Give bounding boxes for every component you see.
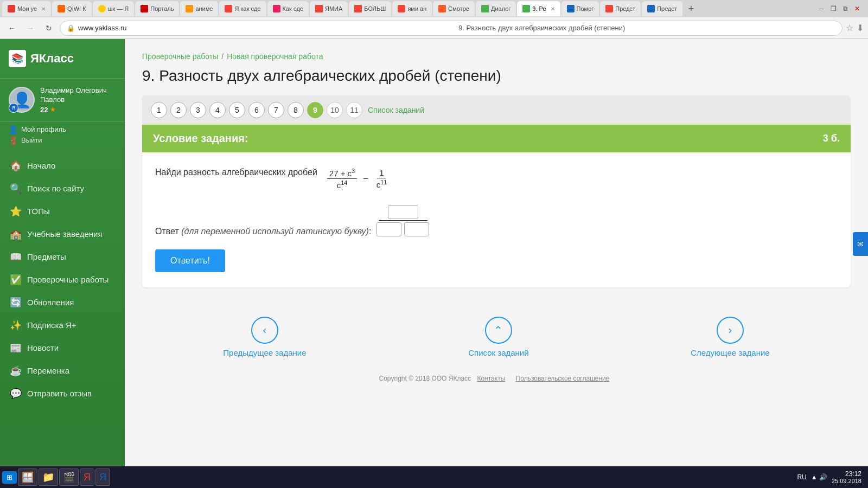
nav-item-break[interactable]: ☕ Переменка (0, 359, 125, 382)
tab-14[interactable]: Помог (561, 1, 599, 16)
tab-6[interactable]: Я как сде (219, 1, 266, 16)
taskbar-app-1[interactable]: 🪟 (18, 468, 37, 486)
task-num-2[interactable]: 2 (170, 102, 187, 118)
tab-15[interactable]: Предст (600, 1, 641, 16)
taskbar-app-4[interactable]: Я (80, 468, 94, 486)
user-links: 👤 Мой профиль 🚪 Выйти (0, 122, 125, 150)
agreement-link[interactable]: Пользовательское соглашение (516, 375, 610, 382)
tab-favicon-16 (647, 5, 655, 12)
answer-denominator-input-2[interactable] (404, 222, 429, 236)
nav-item-feedback-label: Отправить отзыв (27, 389, 92, 398)
tab-3[interactable]: шк — Я (93, 1, 135, 16)
page-title: 9. Разность двух алгебраических дробей (… (142, 67, 851, 85)
download-button[interactable]: ⬇ (857, 23, 864, 33)
nav-item-feedback[interactable]: 💬 Отправить отзыв (0, 382, 125, 405)
task-num-8[interactable]: 8 (288, 102, 304, 118)
logout-link-label: Выйти (21, 136, 42, 144)
tab-5[interactable]: аниме (180, 1, 218, 16)
tab-11[interactable]: Смотре (433, 1, 475, 16)
sidebar-nav: 🏠 Начало 🔍 Поиск по сайту ⭐ ТОПы 🏫 Учебн… (0, 150, 125, 488)
submit-button[interactable]: Ответить! (155, 249, 225, 272)
tab-7[interactable]: Как сде (267, 1, 309, 16)
next-task-link[interactable]: › Следующее задание (691, 317, 769, 357)
answer-fraction-line (379, 220, 427, 221)
task-header: Условие задания: 3 б. (142, 125, 851, 152)
window-controls: ─ ❐ ⧉ ✕ (817, 4, 866, 13)
task-num-7[interactable]: 7 (268, 102, 284, 118)
taskbar-app-3[interactable]: 🎬 (59, 468, 79, 486)
answer-denominator-input-1[interactable] (376, 222, 401, 236)
task-num-11[interactable]: 11 (346, 102, 362, 118)
task-num-3[interactable]: 3 (190, 102, 206, 118)
tab-favicon-2 (58, 5, 65, 12)
bookmark-button[interactable]: ☆ (846, 23, 853, 33)
task-num-10[interactable]: 10 (327, 102, 343, 118)
taskbar-app-icon-1: 🪟 (22, 471, 34, 483)
nav-item-subscription[interactable]: ✨ Подписка Я+ (0, 314, 125, 337)
tab-16[interactable]: Предст (642, 1, 682, 16)
tab-9[interactable]: БОЛЬШ (349, 1, 391, 16)
task-list-nav-link[interactable]: ⌃ Список заданий (468, 317, 528, 357)
task-list-link[interactable]: Список заданий (368, 106, 424, 114)
sidebar: 📚 ЯКласс 👤 Я Владимир Олегович Павлов 22… (0, 39, 125, 488)
minimize-button[interactable]: ─ (817, 4, 826, 13)
clock-date: 25.09.2018 (832, 478, 861, 484)
task-num-1[interactable]: 1 (151, 102, 167, 118)
maximize-button[interactable]: ❐ (829, 4, 838, 13)
tab-favicon-7 (273, 5, 280, 12)
breadcrumb-parent[interactable]: Проверочные работы (142, 52, 218, 61)
tab-8[interactable]: ЯМИА (310, 1, 348, 16)
task-list-nav-label: Список заданий (468, 348, 528, 357)
answer-numerator-input[interactable] (388, 205, 418, 219)
mail-side-button[interactable]: ✉ (853, 232, 868, 256)
close-button[interactable]: ✕ (853, 4, 861, 13)
next-task-circle: › (717, 317, 744, 344)
user-info: Владимир Олегович Павлов 22 ★ (40, 86, 116, 114)
tab-2[interactable]: QIWI К (52, 1, 92, 16)
contacts-link[interactable]: Контакты (477, 375, 505, 382)
back-button[interactable]: ← (4, 21, 20, 36)
task-num-4[interactable]: 4 (209, 102, 226, 118)
taskbar-app-2[interactable]: 📁 (39, 468, 58, 486)
next-task-label: Следующее задание (691, 348, 769, 357)
tab-1[interactable]: Мои уе ✕ (2, 1, 51, 16)
tab-4[interactable]: Порталь (135, 1, 179, 16)
tab-favicon-9 (354, 5, 362, 12)
answer-fraction-container (376, 205, 429, 236)
address-box[interactable]: 🔒 www.yaklass.ru 9. Разность двух алгебр… (60, 21, 843, 36)
task-points: 3 б. (823, 133, 840, 144)
tab-13-active[interactable]: 9. Ре ✕ (517, 1, 560, 16)
browser-chrome: Мои уе ✕ QIWI К шк — Я Порталь аниме Я к… (0, 0, 868, 39)
my-profile-link[interactable]: 👤 Мой профиль (9, 125, 116, 134)
task-num-5[interactable]: 5 (229, 102, 245, 118)
forward-button[interactable]: → (23, 21, 38, 36)
nav-item-home-label: Начало (27, 161, 55, 170)
nav-item-updates-label: Обновления (27, 298, 74, 307)
new-tab-button[interactable]: + (684, 3, 699, 15)
restore-button[interactable]: ⧉ (841, 4, 850, 13)
refresh-button[interactable]: ↻ (41, 21, 56, 36)
subjects-icon: 📖 (10, 251, 22, 263)
nav-item-schools[interactable]: 🏫 Учебные заведения (0, 223, 125, 246)
tab-12[interactable]: Диалог (476, 1, 516, 16)
nav-item-tops[interactable]: ⭐ ТОПы (0, 200, 125, 223)
nav-item-subjects[interactable]: 📖 Предметы (0, 246, 125, 268)
nav-item-updates[interactable]: 🔄 Обновления (0, 291, 125, 314)
nav-item-tests[interactable]: ✅ Проверочные работы (0, 268, 125, 291)
logout-link[interactable]: 🚪 Выйти (9, 136, 116, 145)
prev-task-link[interactable]: ‹ Предыдущее задание (223, 317, 306, 357)
start-button[interactable]: ⊞ (2, 471, 17, 484)
task-num-6[interactable]: 6 (248, 102, 265, 118)
nav-item-search[interactable]: 🔍 Поиск по сайту (0, 177, 125, 200)
nav-item-search-label: Поиск по сайту (27, 184, 84, 193)
task-num-9[interactable]: 9 (307, 102, 323, 118)
tab-10[interactable]: ями ан (392, 1, 432, 16)
breadcrumb-current[interactable]: Новая проверочная работа (227, 52, 323, 61)
nav-item-home[interactable]: 🏠 Начало (0, 155, 125, 177)
profile-icon: 👤 (9, 125, 18, 134)
tab-favicon-11 (438, 5, 446, 12)
feedback-icon: 💬 (10, 388, 22, 400)
taskbar-app-5[interactable]: Я (95, 468, 110, 486)
tab-favicon-14 (567, 5, 575, 12)
nav-item-news[interactable]: 📰 Новости (0, 337, 125, 359)
